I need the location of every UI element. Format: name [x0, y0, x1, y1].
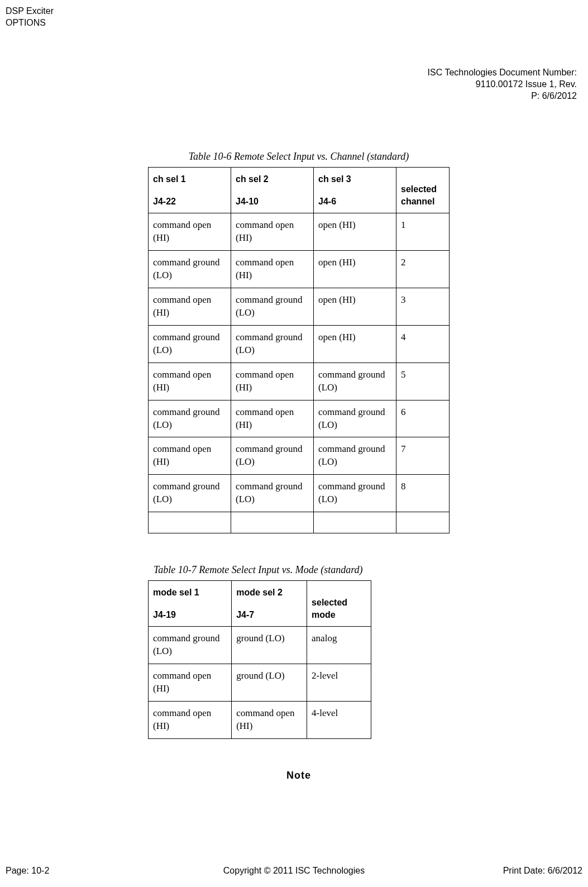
table-row: command ground (LO) command ground (LO) …	[149, 475, 450, 512]
header-line1: DSP Exciter	[6, 6, 54, 17]
table-cell: 6	[396, 400, 450, 437]
header-bottom: J4-6	[318, 195, 391, 208]
table-row: command ground (LO) command open (HI) op…	[149, 251, 450, 288]
table-cell: analog	[307, 627, 371, 664]
table-cell: command open (HI)	[231, 213, 314, 251]
header-top: mode sel 2	[236, 588, 283, 597]
table-cell: command open (HI)	[149, 702, 232, 739]
table-cell	[396, 512, 450, 533]
table-mode-select: mode sel 1 J4-19 mode sel 2 J4-7 selecte…	[148, 580, 371, 739]
table-cell: command open (HI)	[231, 400, 314, 437]
header-top: mode sel 1	[153, 588, 199, 597]
table1-caption: Table 10-6 Remote Select Input vs. Chann…	[148, 151, 450, 163]
header-top: ch sel 2	[236, 174, 269, 184]
table-cell: command ground (LO)	[231, 475, 314, 512]
table-cell: open (HI)	[314, 325, 396, 363]
table-cell: command open (HI)	[149, 664, 232, 702]
footer-copyright: Copyright © 2011 ISC Technologies	[6, 866, 582, 876]
table-cell: command ground (LO)	[149, 627, 232, 664]
table2-caption: Table 10-7 Remote Select Input vs. Mode …	[154, 564, 450, 576]
header-top: ch sel 1	[153, 174, 186, 184]
table-cell: command open (HI)	[232, 702, 307, 739]
table-row: command open (HI) ground (LO) 2-level	[149, 664, 371, 702]
table-cell: command open (HI)	[231, 251, 314, 288]
table-channel-select: ch sel 1 J4-22 ch sel 2 J4-10 ch sel 3 J…	[148, 167, 450, 533]
table-cell: command ground (LO)	[149, 475, 231, 512]
table-header-cell: selected mode	[307, 581, 371, 627]
table-row: command ground (LO) command ground (LO) …	[149, 325, 450, 363]
table-header-cell: ch sel 1 J4-22	[149, 168, 231, 213]
table-cell: 7	[396, 437, 450, 475]
table-header-cell: mode sel 2 J4-7	[232, 581, 307, 627]
table-cell: 1	[396, 213, 450, 251]
table-cell	[231, 512, 314, 533]
note-heading: Note	[148, 770, 450, 781]
page-footer: Page: 10-2 Copyright © 2011 ISC Technolo…	[6, 866, 582, 876]
table-row: command open (HI) command open (HI) open…	[149, 213, 450, 251]
table-cell: open (HI)	[314, 251, 396, 288]
page-header: DSP Exciter OPTIONS	[6, 6, 54, 29]
table-cell: 5	[396, 363, 450, 400]
table-row: command open (HI) command open (HI) 4-le…	[149, 702, 371, 739]
table-cell: ground (LO)	[232, 627, 307, 664]
table-row: command ground (LO) ground (LO) analog	[149, 627, 371, 664]
table-row: command open (HI) command ground (LO) op…	[149, 288, 450, 325]
table-cell: command open (HI)	[149, 288, 231, 325]
table-cell: command open (HI)	[231, 363, 314, 400]
document-info: ISC Technologies Document Number: 9110.0…	[428, 67, 577, 102]
table-header-cell: mode sel 1 J4-19	[149, 581, 232, 627]
header-bottom: selected mode	[312, 597, 366, 621]
table-row: command open (HI) command ground (LO) co…	[149, 437, 450, 475]
table-cell	[314, 512, 396, 533]
table-cell: ground (LO)	[232, 664, 307, 702]
table-cell: 8	[396, 475, 450, 512]
table-header-row: mode sel 1 J4-19 mode sel 2 J4-7 selecte…	[149, 581, 371, 627]
table-header-cell: ch sel 2 J4-10	[231, 168, 314, 213]
table-header-row: ch sel 1 J4-22 ch sel 2 J4-10 ch sel 3 J…	[149, 168, 450, 213]
table-cell: command open (HI)	[149, 213, 231, 251]
table-cell: command ground (LO)	[314, 475, 396, 512]
table-header-cell: ch sel 3 J4-6	[314, 168, 396, 213]
table-cell: command open (HI)	[149, 437, 231, 475]
table-cell: 4-level	[307, 702, 371, 739]
header-bottom: J4-10	[236, 195, 309, 208]
table-cell	[149, 512, 231, 533]
main-content: Table 10-6 Remote Select Input vs. Chann…	[148, 151, 450, 781]
header-top: ch sel 3	[318, 174, 351, 184]
table-empty-row	[149, 512, 450, 533]
table-cell: command ground (LO)	[231, 437, 314, 475]
table-row: command ground (LO) command open (HI) co…	[149, 400, 450, 437]
table-cell: command ground (LO)	[231, 288, 314, 325]
table-cell: 2-level	[307, 664, 371, 702]
header-bottom: J4-19	[153, 609, 227, 621]
table-cell: command ground (LO)	[314, 437, 396, 475]
header-bottom: J4-22	[153, 195, 226, 208]
header-bottom: selected channel	[401, 183, 444, 207]
table-header-cell: selected channel	[396, 168, 450, 213]
doc-info-line3: P: 6/6/2012	[428, 90, 577, 102]
table-cell: open (HI)	[314, 213, 396, 251]
table-cell: command ground (LO)	[231, 325, 314, 363]
header-line2: OPTIONS	[6, 17, 54, 29]
table-cell: 3	[396, 288, 450, 325]
table-cell: 4	[396, 325, 450, 363]
table-cell: command open (HI)	[149, 363, 231, 400]
table-cell: command ground (LO)	[314, 400, 396, 437]
doc-info-line2: 9110.00172 Issue 1, Rev.	[428, 79, 577, 90]
header-bottom: J4-7	[236, 609, 302, 621]
table-cell: open (HI)	[314, 288, 396, 325]
table-cell: command ground (LO)	[149, 400, 231, 437]
doc-info-line1: ISC Technologies Document Number:	[428, 67, 577, 79]
table-cell: command ground (LO)	[149, 251, 231, 288]
table-cell: 2	[396, 251, 450, 288]
table-row: command open (HI) command open (HI) comm…	[149, 363, 450, 400]
table-cell: command ground (LO)	[149, 325, 231, 363]
table-cell: command ground (LO)	[314, 363, 396, 400]
